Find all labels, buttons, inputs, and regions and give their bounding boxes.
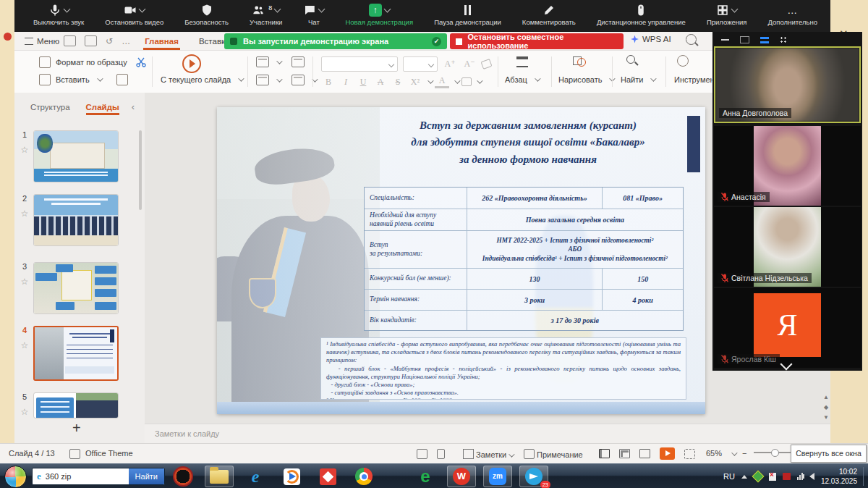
zoom-out-button[interactable]: − [742,449,746,458]
slide-4[interactable]: Вступ за державним замовленням (курсант)… [217,107,705,414]
notes-toggle[interactable]: Заметки [463,449,513,459]
superscript-button[interactable]: X² [408,77,422,88]
scroll-up-icon[interactable]: ▲ [823,394,829,400]
chevron-down-icon[interactable] [477,77,482,83]
view-strip-icon[interactable] [760,37,769,43]
bold-button[interactable]: B [321,77,336,88]
zoom-slider[interactable] [754,449,796,458]
font-family-select[interactable] [321,56,398,72]
search-input[interactable] [44,471,129,481]
font-color-button[interactable]: A [435,75,449,88]
chevron-down-icon[interactable] [454,77,460,83]
menu-button[interactable]: Меню [37,37,59,46]
search-icon[interactable] [686,34,697,45]
chevron-down-icon[interactable] [383,6,391,13]
video-tile-yaroslav[interactable]: Я Ярослав Кіш [714,288,861,368]
chevron-down-icon[interactable] [63,6,70,13]
mute-button[interactable]: Выключить звук [33,3,84,26]
video-tile-anastasia[interactable]: Анастасія [714,126,861,206]
more-button[interactable]: … Дополнительно [768,3,817,26]
open-file-icon[interactable] [64,35,76,46]
zoom-chevron-icon[interactable] [729,449,736,458]
clear-format-icon[interactable] [481,59,493,70]
slide-layout-icon[interactable] [256,75,269,85]
scissors-icon[interactable] [135,56,147,68]
star-icon[interactable]: ☆ [19,209,30,219]
app-internet-explorer[interactable]: e [241,466,270,487]
paste-button[interactable]: Вставить [39,74,128,85]
format-painter-button[interactable]: Формат по образцу [39,56,147,68]
app-360-browser[interactable]: e [411,466,440,487]
app-media-player[interactable] [277,466,306,487]
collapse-sidebar-icon[interactable]: ‹ [132,101,135,112]
app-capture[interactable] [313,466,342,487]
show-hidden-icons[interactable] [741,475,747,479]
tab-outline[interactable]: Структура [30,103,70,112]
chevron-down-icon[interactable] [276,76,282,82]
slide-notes-area[interactable]: Заметки к слайду [145,424,830,443]
volume-icon[interactable] [809,473,814,480]
slide-thumbnail-5[interactable] [33,392,119,418]
scroll-down-icon[interactable]: ▼ [823,414,829,421]
sidebar-scrollbar[interactable] [139,130,142,210]
paragraph-button[interactable]: Абзац [505,75,539,84]
add-slide-button[interactable]: + [72,420,81,437]
apps-button[interactable]: Приложения [707,3,747,26]
video-tile-anna[interactable]: Анна Довгополова [714,46,861,123]
decrease-font-button[interactable]: A⁻ [462,59,477,70]
slide-thumbnail-1[interactable] [33,130,119,182]
new-share-button[interactable]: ↑ Новая демонстрация [345,3,413,26]
star-icon[interactable]: ☆ [19,277,30,287]
tray-antivirus-icon[interactable] [752,471,764,483]
play-from-current-button[interactable]: С текущего слайда [161,75,242,84]
start-button[interactable] [4,466,27,488]
pause-share-button[interactable]: Пауза демонстрации [434,3,501,26]
remote-control-button[interactable]: Дистанционное управление [597,3,686,26]
tray-keyboard-icon[interactable] [783,473,791,480]
taskbar-search[interactable]: e Найти [32,468,165,485]
chat-button[interactable]: Чат [303,3,324,26]
slideshow-button[interactable] [660,447,675,461]
stop-video-button[interactable]: Остановить видео [105,3,163,26]
slide-sorter-button[interactable] [619,449,630,460]
save-icon[interactable] [85,35,97,46]
comment-button[interactable]: Примечание [524,449,583,459]
scroll-handle-icon[interactable]: ◆ [824,404,828,411]
strikethrough-button[interactable]: S [391,77,405,88]
undo-icon[interactable]: ↺ [106,36,113,46]
chevron-down-icon[interactable] [276,58,282,64]
wps-ai-button[interactable]: WPS AI [631,35,671,43]
app-explorer[interactable] [205,466,234,487]
tray-action-center-icon[interactable] [769,473,776,481]
chevron-down-icon[interactable] [274,6,281,13]
app-zoom[interactable]: zm [483,466,512,487]
copy-icon[interactable] [116,74,128,85]
draw-button[interactable]: Нарисовать [558,75,613,84]
slide-preview-icon[interactable] [292,56,305,67]
increase-font-button[interactable]: A⁺ [443,59,457,70]
play-on-device-icon[interactable] [417,449,427,459]
highlight-color-icon[interactable] [461,77,472,86]
slide-thumbnail-4-selected[interactable] [33,326,119,381]
minimize-panel-icon[interactable] [721,39,729,41]
video-tile-svitlana[interactable]: Світлана Нідзельська [714,207,861,287]
tab-slides[interactable]: Слайды [86,103,119,112]
new-slide-icon[interactable] [256,56,269,67]
find-button[interactable]: Найти [621,75,655,84]
app-telegram[interactable]: 23 [519,466,548,487]
find-button[interactable]: Найти [129,468,164,484]
tab-home[interactable]: Главная [143,34,180,49]
app-360-safe[interactable] [169,466,197,487]
play-from-current-icon-wrap[interactable] [182,54,201,73]
slide-list-icon[interactable] [292,75,305,85]
more-tools-icon[interactable]: … [122,36,130,46]
security-button[interactable]: Безопасность [184,3,229,26]
view-gallery-icon[interactable] [780,36,788,44]
star-icon[interactable]: ☆ [19,340,30,350]
star-icon[interactable]: ☆ [19,145,30,155]
underline-button[interactable]: U [356,77,370,88]
zoom-level[interactable]: 65% [706,449,722,458]
star-icon[interactable]: ☆ [19,407,30,417]
italic-button[interactable]: I [339,77,353,88]
phone-sync-icon[interactable] [437,449,445,459]
